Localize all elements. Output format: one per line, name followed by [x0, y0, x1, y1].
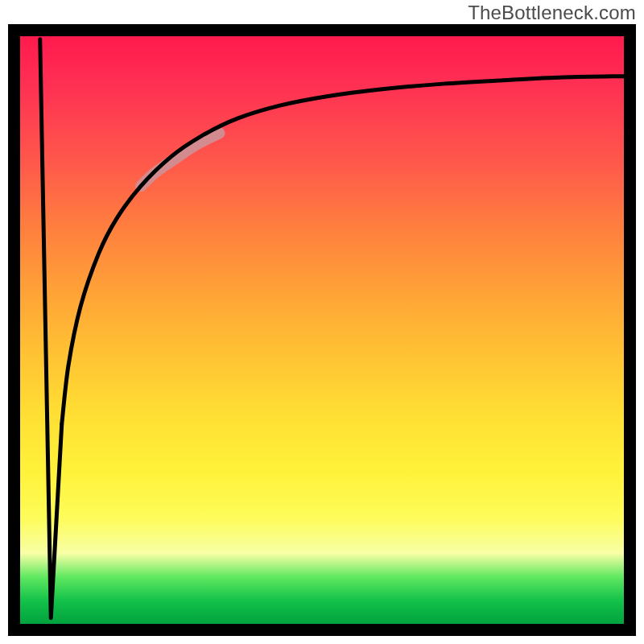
highlight-segment-path — [141, 133, 220, 186]
chart-frame: TheBottleneck.com — [0, 0, 644, 644]
curve-layer — [20, 36, 624, 624]
watermark-text: TheBottleneck.com — [468, 2, 636, 24]
plot-area — [8, 24, 636, 636]
main-curve-path — [62, 76, 624, 424]
left-spike-path — [40, 39, 62, 618]
